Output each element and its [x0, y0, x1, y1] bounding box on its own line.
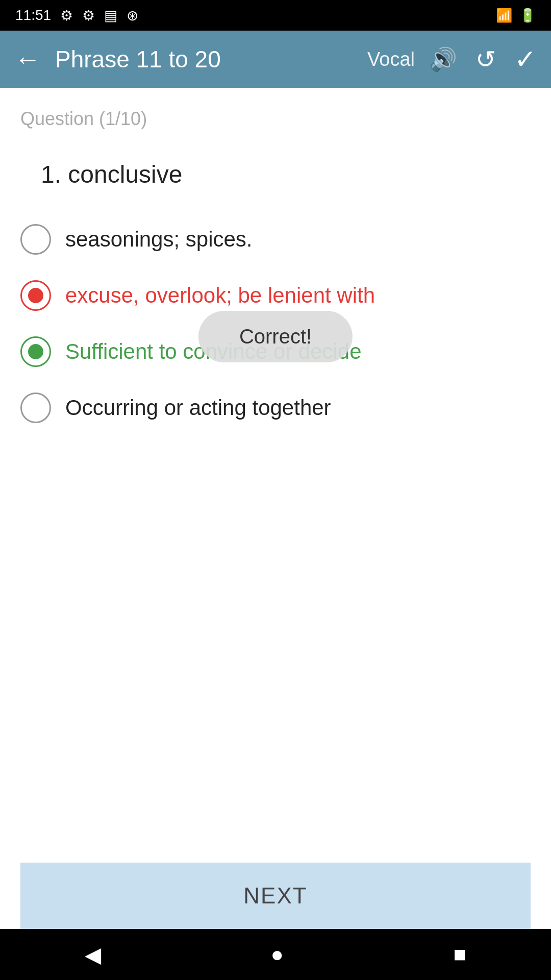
check-icon[interactable]: ✓ [514, 44, 537, 75]
back-button[interactable]: ← [14, 44, 41, 75]
radio-c-inner [28, 344, 43, 359]
option-d-text: Occurring or acting together [65, 396, 331, 420]
settings-icon-1: ⚙ [60, 7, 73, 24]
status-left: 11:51 ⚙ ⚙ ▤ ⊛ [15, 7, 138, 24]
volume-icon[interactable]: 🔊 [429, 46, 457, 72]
replay-icon[interactable]: ↺ [475, 45, 496, 74]
option-b[interactable]: excuse, overlook; be lenient with [20, 280, 531, 311]
battery-icon: 🔋 [519, 8, 536, 23]
spacer [20, 423, 531, 863]
options-list: seasonings; spices. excuse, overlook; be… [20, 224, 531, 423]
nav-recent-icon[interactable]: ■ [453, 942, 466, 967]
option-a[interactable]: seasonings; spices. [20, 224, 531, 255]
radio-a [20, 224, 51, 255]
signal-icon: 📶 [496, 8, 512, 23]
app-bar-actions: 🔊 ↺ ✓ [429, 44, 537, 75]
nav-back-icon[interactable]: ◀ [85, 942, 101, 967]
next-button[interactable]: NEXT [20, 863, 531, 929]
list-icon: ▤ [104, 7, 117, 24]
question-word: 1. conclusive [41, 160, 531, 188]
radio-d [20, 393, 51, 423]
radio-b-inner [28, 288, 43, 303]
option-a-text: seasonings; spices. [65, 227, 253, 252]
status-right: 📶 🔋 [496, 8, 536, 23]
at-icon: ⊛ [127, 7, 138, 24]
correct-toast: Correct! [198, 311, 353, 362]
status-time: 11:51 [15, 7, 51, 23]
nav-home-icon[interactable]: ● [271, 942, 284, 967]
vocal-label: Vocal [367, 48, 415, 70]
status-bar: 11:51 ⚙ ⚙ ▤ ⊛ 📶 🔋 [0, 0, 551, 31]
app-bar: ← Phrase 11 to 20 Vocal 🔊 ↺ ✓ [0, 31, 551, 88]
main-content: Question (1/10) 1. conclusive seasonings… [0, 88, 551, 929]
next-button-wrap: NEXT [20, 863, 531, 929]
option-b-text: excuse, overlook; be lenient with [65, 283, 375, 308]
app-bar-title: Phrase 11 to 20 [55, 45, 353, 73]
question-label: Question (1/10) [20, 108, 531, 130]
radio-b [20, 280, 51, 311]
option-d[interactable]: Occurring or acting together [20, 393, 531, 423]
radio-c [20, 336, 51, 367]
settings-icon-2: ⚙ [82, 7, 95, 24]
nav-bar: ◀ ● ■ [0, 929, 551, 980]
